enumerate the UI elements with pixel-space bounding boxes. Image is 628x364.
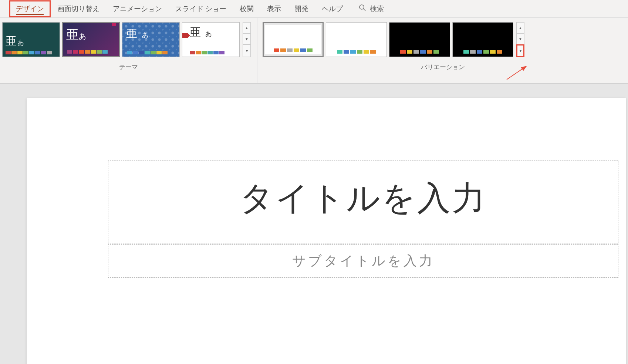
ribbon-content: 亜 あ 亜 あ 亜 あ: [0, 18, 628, 84]
svg-line-1: [364, 9, 365, 11]
variation-more-button[interactable]: ▾: [516, 44, 524, 57]
variations-group-label: バリエーション: [257, 58, 628, 73]
theme-spinner: ▲ ▼ ▾: [243, 22, 251, 57]
theme-color-row: [67, 50, 108, 54]
more-icon: ▾: [246, 49, 248, 53]
theme-scroll-up[interactable]: ▲: [243, 22, 251, 33]
subtitle-placeholder[interactable]: サブタイトルを入力: [108, 244, 618, 278]
themes-group-label: テーマ: [0, 58, 257, 73]
variation-color-row: [463, 50, 502, 54]
tab-transitions[interactable]: 画面切り替え: [51, 0, 106, 17]
variation-color-row: [337, 50, 376, 54]
theme-sample-text: 亜: [126, 26, 137, 41]
theme-item-1[interactable]: 亜 あ: [2, 22, 60, 57]
theme-item-3[interactable]: 亜 あ: [122, 22, 180, 57]
theme-red-tab: [182, 33, 188, 38]
variation-scroll-up[interactable]: ▲: [516, 22, 524, 33]
subtitle-text: サブタイトルを入力: [123, 252, 603, 270]
variation-item-1[interactable]: [263, 22, 324, 57]
chevron-up-icon: ▲: [245, 26, 249, 30]
tab-developer[interactable]: 開発: [288, 0, 315, 17]
tab-animations[interactable]: アニメーション: [106, 0, 169, 17]
theme-color-row: [127, 51, 168, 54]
search-box[interactable]: 検索: [359, 4, 384, 14]
theme-corner-accent: [112, 23, 116, 26]
ribbon-tabs: デザイン 画面切り替え アニメーション スライド ショー 校閲 表示 開発 ヘル…: [0, 0, 628, 18]
more-icon: ▾: [520, 49, 521, 53]
variation-color-row: [400, 50, 439, 54]
slide-canvas[interactable]: タイトルを入力 サブタイトルを入力: [27, 98, 626, 364]
theme-sample-sub: あ: [205, 29, 212, 38]
tab-view[interactable]: 表示: [260, 0, 288, 17]
svg-point-0: [359, 5, 364, 9]
chevron-down-icon: ▼: [519, 37, 522, 41]
variation-spinner: ▲ ▼ ▾: [516, 22, 524, 57]
tab-review[interactable]: 校閲: [233, 0, 260, 17]
slide-area: タイトルを入力 サブタイトルを入力: [0, 84, 628, 364]
search-icon: [359, 4, 366, 13]
tab-slideshow[interactable]: スライド ショー: [169, 0, 233, 17]
theme-sample-text: 亜: [66, 26, 79, 43]
chevron-up-icon: ▲: [519, 26, 522, 30]
themes-group: 亜 あ 亜 あ 亜 あ: [0, 18, 257, 83]
variation-color-row: [274, 48, 313, 52]
theme-color-row: [190, 51, 224, 54]
theme-gallery: 亜 あ 亜 あ 亜 あ: [0, 21, 257, 58]
theme-more-button[interactable]: ▾: [243, 44, 251, 57]
search-placeholder: 検索: [370, 4, 384, 14]
title-text: タイトルを入力: [123, 176, 603, 221]
variation-scroll-down[interactable]: ▼: [516, 33, 524, 44]
variation-item-3[interactable]: [389, 22, 450, 57]
theme-item-2[interactable]: 亜 あ: [62, 22, 120, 57]
chevron-down-icon: ▼: [245, 37, 249, 41]
theme-sample-sub: あ: [142, 31, 148, 40]
theme-item-4[interactable]: 亜 あ: [182, 22, 240, 57]
theme-scroll-down[interactable]: ▼: [243, 33, 251, 44]
tab-help[interactable]: ヘルプ: [315, 0, 350, 17]
title-placeholder[interactable]: タイトルを入力: [108, 161, 618, 243]
theme-sample-sub: あ: [17, 38, 24, 47]
variation-item-4[interactable]: [452, 22, 513, 57]
variation-gallery: ▲ ▼ ▾: [257, 21, 628, 58]
theme-color-row: [6, 51, 57, 54]
theme-sample-text: 亜: [190, 25, 201, 40]
tab-design[interactable]: デザイン: [9, 0, 51, 17]
theme-sample-sub: あ: [79, 31, 86, 41]
theme-sample-text: 亜: [6, 34, 17, 49]
variations-group: ▲ ▼ ▾ バリエーション: [257, 18, 628, 83]
variation-item-2[interactable]: [326, 22, 387, 57]
